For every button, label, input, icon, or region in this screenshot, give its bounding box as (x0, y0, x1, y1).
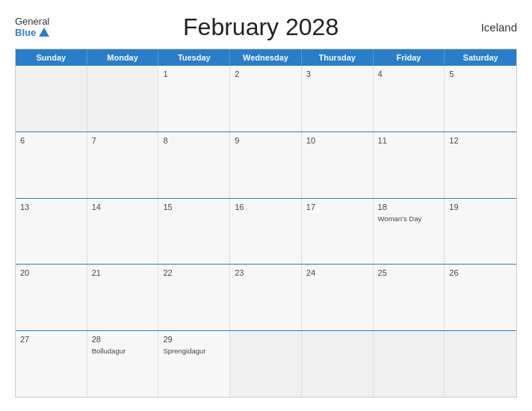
day-number: 21 (92, 268, 101, 277)
day-number: 14 (92, 203, 101, 211)
calendar-cell: 3 (302, 66, 374, 132)
calendar-page: General Blue February 2028 Iceland Sunda… (0, 0, 532, 411)
day-number: 15 (163, 203, 172, 211)
calendar-cell (445, 331, 516, 397)
day-number: 29 (163, 335, 172, 344)
calendar-cell: 12 (445, 132, 516, 198)
calendar-cell: 26 (445, 265, 516, 330)
day-number: 3 (306, 69, 311, 78)
event-label: Sprengidagur (163, 347, 205, 355)
page-header: General Blue February 2028 Iceland (15, 13, 517, 41)
day-number: 16 (235, 203, 244, 211)
logo-blue-text: Blue (15, 28, 36, 38)
day-header-thursday: Thursday (302, 49, 374, 66)
day-number: 23 (235, 268, 244, 277)
calendar-cell: 15 (158, 199, 230, 265)
day-number: 17 (306, 203, 315, 211)
day-number: 27 (20, 335, 29, 344)
calendar-header: SundayMondayTuesdayWednesdayThursdayFrid… (16, 49, 516, 66)
calendar-cell (302, 331, 374, 397)
day-header-monday: Monday (87, 49, 159, 66)
page-title: February 2028 (49, 13, 472, 41)
calendar-cell: 8 (158, 132, 230, 198)
day-number: 1 (163, 69, 167, 78)
calendar-cell: 27 (16, 331, 87, 397)
calendar-cell: 10 (302, 132, 374, 198)
day-number: 8 (163, 136, 167, 145)
calendar-cell: 25 (374, 265, 445, 330)
day-number: 19 (449, 203, 458, 211)
calendar-cell: 21 (87, 265, 159, 330)
day-number: 6 (20, 136, 25, 145)
day-number: 7 (92, 136, 96, 145)
calendar-cell: 13 (16, 199, 87, 265)
day-number: 24 (306, 268, 315, 277)
day-number: 12 (449, 136, 458, 145)
calendar-cell: 22 (158, 265, 230, 330)
calendar-week-3: 131415161718Woman's Day19 (16, 199, 516, 265)
day-number: 22 (163, 268, 172, 277)
calendar-cell: 20 (16, 265, 87, 330)
day-number: 26 (449, 268, 458, 277)
calendar: SundayMondayTuesdayWednesdayThursdayFrid… (15, 49, 517, 398)
calendar-cell (16, 66, 87, 132)
calendar-cell: 1 (158, 66, 230, 132)
day-number: 10 (306, 136, 315, 145)
day-number: 4 (378, 69, 383, 78)
calendar-cell: 23 (230, 265, 302, 330)
calendar-cell: 17 (302, 199, 374, 265)
day-number: 5 (449, 69, 454, 78)
calendar-cell (87, 66, 159, 132)
day-header-wednesday: Wednesday (230, 49, 302, 66)
calendar-cell: 2 (230, 66, 302, 132)
day-header-tuesday: Tuesday (158, 49, 230, 66)
calendar-cell: 6 (16, 132, 87, 198)
logo: General Blue (15, 16, 49, 38)
calendar-cell: 4 (374, 66, 445, 132)
day-header-friday: Friday (374, 49, 445, 66)
event-label: Bolludagur (92, 347, 126, 355)
country-label: Iceland (472, 21, 517, 34)
calendar-cell: 18Woman's Day (374, 199, 445, 265)
calendar-cell: 14 (87, 199, 159, 265)
calendar-cell: 16 (230, 199, 302, 265)
day-header-sunday: Sunday (16, 49, 87, 66)
event-label: Woman's Day (378, 214, 422, 223)
calendar-week-2: 6789101112 (16, 132, 516, 199)
day-number: 20 (20, 268, 29, 277)
day-number: 25 (378, 268, 387, 277)
day-number: 13 (20, 203, 29, 211)
calendar-week-1: 12345 (16, 66, 516, 132)
calendar-cell (230, 331, 302, 397)
calendar-cell: 5 (445, 66, 516, 132)
day-number: 11 (378, 136, 387, 145)
day-number: 18 (378, 203, 387, 211)
calendar-cell: 9 (230, 132, 302, 198)
day-header-saturday: Saturday (445, 49, 516, 66)
calendar-week-4: 20212223242526 (16, 265, 516, 331)
calendar-cell: 19 (445, 199, 516, 265)
calendar-cell: 29Sprengidagur (158, 331, 230, 397)
calendar-cell: 24 (302, 265, 374, 330)
day-number: 28 (92, 335, 101, 344)
calendar-week-5: 2728Bolludagur29Sprengidagur (16, 331, 516, 397)
calendar-cell: 28Bolludagur (87, 331, 159, 397)
calendar-cell: 7 (87, 132, 159, 198)
logo-general-text: General (15, 16, 49, 27)
day-number: 9 (235, 136, 239, 145)
calendar-cell: 11 (374, 132, 445, 198)
calendar-cell (374, 331, 445, 397)
day-number: 2 (235, 69, 239, 78)
logo-triangle-icon (39, 28, 49, 37)
calendar-body: 123456789101112131415161718Woman's Day19… (16, 66, 516, 397)
